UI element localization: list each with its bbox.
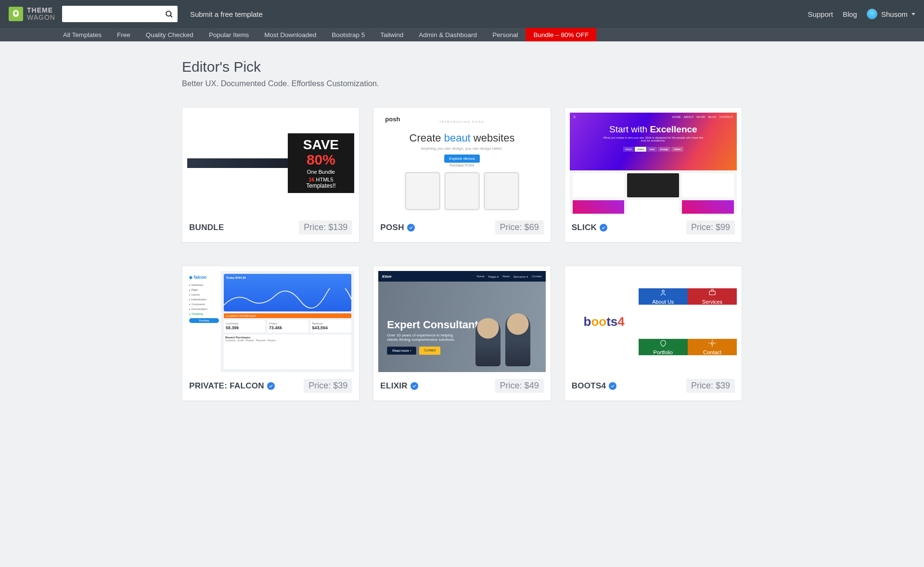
svg-point-0 xyxy=(14,12,17,15)
user-name: Shusom xyxy=(881,10,908,18)
verified-badge-icon xyxy=(407,224,415,232)
template-name: BOOTS4 xyxy=(572,381,606,391)
nav-item-3[interactable]: Popular Items xyxy=(201,28,257,41)
verified-badge-icon xyxy=(600,224,607,232)
verified-badge-icon xyxy=(411,382,418,390)
template-price: Price: $139 xyxy=(299,220,352,234)
template-card[interactable]: ◆ falcon▸ Dashboard▸ Pages▸ Layouts▸ Aut… xyxy=(182,266,359,401)
svg-rect-4 xyxy=(709,291,715,295)
category-nav: All TemplatesFreeQuality CheckedPopular … xyxy=(0,28,924,41)
template-grid: SAVE80%One Bundle16 HTML5Templates!! BUN… xyxy=(182,107,742,401)
user-menu[interactable]: Shusom xyxy=(867,9,915,19)
brand-mark-icon xyxy=(9,7,23,21)
card-footer: BOOTS4 Price: $39 xyxy=(565,372,742,400)
page-subtitle: Better UX. Documented Code. Effortless C… xyxy=(182,79,742,88)
nav-item-5[interactable]: Bootstrap 5 xyxy=(324,28,372,41)
nav-item-4[interactable]: Most Downloaded xyxy=(257,28,324,41)
brand-text: THEME WAGON xyxy=(27,7,55,21)
card-footer: ELIXIR Price: $49 xyxy=(373,372,550,400)
page-title: Editor's Pick xyxy=(182,59,742,75)
nav-item-6[interactable]: Tailwind xyxy=(372,28,411,41)
template-name: PRIVATE: FALCON xyxy=(189,381,264,391)
chevron-down-icon xyxy=(911,13,915,15)
template-name: ELIXIR xyxy=(380,381,408,391)
svg-point-3 xyxy=(662,290,665,292)
nav-item-2[interactable]: Quality Checked xyxy=(138,28,201,41)
template-card[interactable]: posh INTRODUCING POSH Create beaut websi… xyxy=(373,107,551,243)
nav-item-1[interactable]: Free xyxy=(109,28,138,41)
search-box xyxy=(62,6,178,22)
nav-item-0[interactable]: All Templates xyxy=(55,28,109,41)
verified-badge-icon xyxy=(609,382,616,390)
svg-line-2 xyxy=(170,15,172,17)
top-header: THEME WAGON Submit a free template Suppo… xyxy=(0,0,924,28)
template-price: Price: $49 xyxy=(495,379,544,393)
template-name: SLICK xyxy=(572,223,597,232)
nav-item-8[interactable]: Personal xyxy=(485,28,526,41)
brand-logo[interactable]: THEME WAGON xyxy=(9,7,55,21)
support-link[interactable]: Support xyxy=(808,10,833,18)
template-price: Price: $39 xyxy=(304,379,352,393)
template-card[interactable]: SHOMEABOUTWORKBLOGCONTACT Start with Exc… xyxy=(565,107,742,243)
nav-item-7[interactable]: Admin & Dashboard xyxy=(411,28,485,41)
template-name: POSH xyxy=(380,223,404,232)
template-card[interactable]: SAVE80%One Bundle16 HTML5Templates!! BUN… xyxy=(182,107,359,243)
card-footer: PRIVATE: FALCON Price: $39 xyxy=(182,372,359,400)
card-footer: POSH Price: $69 xyxy=(373,214,550,242)
svg-point-5 xyxy=(711,342,714,344)
verified-badge-icon xyxy=(267,382,275,390)
template-name: BUNDLE xyxy=(189,223,224,232)
template-card[interactable]: ElixirHomePages ▾NewsElements ▾Contact E… xyxy=(373,266,551,401)
search-icon[interactable] xyxy=(161,10,178,19)
card-footer: BUNDLE Price: $139 xyxy=(182,214,359,242)
search-input[interactable] xyxy=(62,10,161,18)
card-footer: SLICK Price: $99 xyxy=(565,214,742,242)
svg-point-1 xyxy=(167,11,171,16)
blog-link[interactable]: Blog xyxy=(843,10,857,18)
template-card[interactable]: boots4 About Us Services Portfolio Conta… xyxy=(565,266,742,401)
template-price: Price: $99 xyxy=(686,220,735,234)
submit-template-link[interactable]: Submit a free template xyxy=(190,10,263,18)
main-content: Editor's Pick Better UX. Documented Code… xyxy=(182,41,742,420)
avatar-icon xyxy=(867,9,877,19)
template-price: Price: $69 xyxy=(495,220,544,234)
nav-item-9[interactable]: Bundle – 80% OFF xyxy=(526,28,596,41)
template-price: Price: $39 xyxy=(686,379,735,393)
